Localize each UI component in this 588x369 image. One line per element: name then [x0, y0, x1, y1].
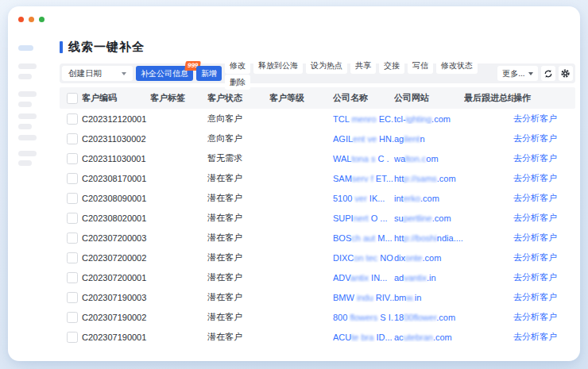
company-website-link[interactable]: agilentn: [394, 134, 464, 144]
row-checkbox[interactable]: [67, 213, 78, 224]
redacted-text: serv f: [352, 174, 373, 183]
sidebar-placeholder-item[interactable]: [18, 160, 32, 166]
company-name-link[interactable]: SUPInert O ...: [333, 213, 394, 223]
row-checkbox[interactable]: [67, 332, 78, 343]
analyze-customer-link[interactable]: 去分析客户: [513, 291, 575, 303]
release-to-public-pool-button[interactable]: 释放到公海: [253, 59, 303, 74]
row-checkbox[interactable]: [67, 233, 78, 244]
company-website-link[interactable]: 1800flower.com: [394, 313, 464, 322]
browser-window: 线索一键补全 创建日期 补全公司信息 999 新增 修改释放到公海设为热点共享交…: [8, 6, 580, 361]
analyze-customer-link[interactable]: 去分析客户: [513, 271, 575, 283]
company-name-link[interactable]: AGILent ve HN...: [333, 134, 394, 144]
customer-code-cell: C202312120001: [82, 114, 150, 124]
row-checkbox[interactable]: [67, 252, 78, 263]
maximize-window-icon[interactable]: [39, 17, 44, 22]
minimize-window-icon[interactable]: [29, 17, 34, 22]
company-website-link[interactable]: advantix.in: [394, 273, 464, 283]
table-row: C202307190003潜在客户BMW indu RIV...bmw.in去分…: [60, 287, 575, 307]
company-name-link[interactable]: ACUte bra ID...: [333, 332, 394, 342]
column-header: 客户状态: [207, 92, 269, 104]
analyze-customer-link[interactable]: 去分析客户: [513, 192, 575, 204]
company-name-link[interactable]: BOSch aut M...: [333, 233, 394, 243]
row-checkbox[interactable]: [67, 292, 78, 303]
create-date-filter-dropdown[interactable]: 创建日期: [62, 66, 133, 81]
table-row: C202307190001潜在客户ACUte bra ID...acutebra…: [60, 327, 575, 347]
sidebar-placeholder-item[interactable]: [18, 74, 32, 79]
handover-button[interactable]: 交接: [379, 59, 404, 74]
sidebar-placeholder-item[interactable]: [18, 124, 32, 129]
analyze-customer-link[interactable]: 去分析客户: [513, 212, 575, 224]
text: RIV...: [373, 293, 394, 302]
analyze-customer-link[interactable]: 去分析客户: [513, 311, 575, 323]
company-name-link[interactable]: 800 flowers S I...: [333, 313, 394, 322]
modify-button[interactable]: 修改: [225, 59, 250, 74]
sidebar-placeholder-item[interactable]: [18, 151, 37, 156]
customer-code-cell: C202311030001: [82, 154, 150, 163]
sidebar-placeholder-item[interactable]: [18, 63, 37, 69]
row-checkbox[interactable]: [67, 113, 78, 125]
text: int: [394, 194, 404, 203]
row-checkbox[interactable]: [67, 133, 78, 144]
company-name-link[interactable]: DIXCon tec NO...: [333, 253, 394, 263]
delete-button[interactable]: 删除: [225, 75, 250, 90]
customer-code-cell: C202307200003: [82, 233, 150, 243]
analyze-customer-link[interactable]: 去分析客户: [513, 152, 575, 164]
close-window-icon[interactable]: [18, 17, 24, 22]
add-button[interactable]: 新增: [196, 66, 222, 81]
analyze-customer-link[interactable]: 去分析客户: [513, 232, 575, 244]
company-website-link[interactable]: supertline.com: [394, 213, 464, 223]
company-website-link[interactable]: walton.com: [394, 154, 464, 163]
sidebar-placeholder-item[interactable]: [18, 102, 32, 107]
text: .com: [432, 213, 451, 223]
analyze-customer-link[interactable]: 去分析客户: [513, 133, 575, 144]
row-checkbox[interactable]: [67, 193, 78, 204]
sidebar-placeholder-item[interactable]: [18, 113, 37, 119]
company-website-link[interactable]: http://sams.com: [394, 174, 464, 183]
company-name-link[interactable]: WALtona s C .: [333, 154, 394, 163]
table-row: C202311030002意向客户AGILent ve HN...agilent…: [60, 129, 575, 148]
gear-icon: [560, 68, 571, 79]
more-button[interactable]: 更多...: [497, 66, 537, 81]
company-name-link[interactable]: ADVantix IN...: [333, 273, 394, 283]
row-checkbox[interactable]: [67, 312, 78, 323]
company-website-link[interactable]: http://boshindia....: [394, 233, 464, 243]
analyze-customer-link[interactable]: 去分析客户: [513, 331, 575, 343]
redacted-text: ilent: [404, 134, 420, 144]
sidebar-placeholder-item[interactable]: [18, 91, 37, 97]
row-checkbox[interactable]: [67, 173, 78, 184]
analyze-customer-link[interactable]: 去分析客户: [513, 113, 575, 125]
share-button[interactable]: 共享: [350, 59, 376, 74]
company-name-link[interactable]: SAMserv f ET...: [333, 174, 394, 183]
row-checkbox[interactable]: [67, 153, 78, 164]
company-name-link[interactable]: 5100 ver IK...: [333, 194, 394, 203]
refresh-button[interactable]: [541, 66, 555, 81]
set-hot-button[interactable]: 设为热点: [306, 59, 347, 74]
company-website-link[interactable]: dixonte.com: [394, 253, 464, 263]
company-name-link[interactable]: BMW indu RIV...: [333, 293, 394, 302]
sidebar-active-item[interactable]: [18, 45, 33, 51]
row-checkbox[interactable]: [67, 272, 78, 283]
column-header: 客户等级: [269, 92, 333, 104]
complete-company-info-button[interactable]: 补全公司信息 999: [136, 66, 193, 81]
text: TCL: [333, 114, 351, 124]
analyze-customer-link[interactable]: 去分析客户: [513, 252, 575, 263]
sidebar-placeholder-item[interactable]: [18, 135, 37, 140]
redacted-text: erko: [404, 194, 420, 203]
redacted-text: p://boshi: [404, 233, 437, 243]
company-name-link[interactable]: TCL menro EC...: [333, 114, 394, 124]
settings-button[interactable]: [559, 66, 573, 81]
company-website-link[interactable]: acutebran.com: [394, 332, 464, 342]
company-website-link[interactable]: bmw.in: [394, 293, 464, 302]
select-all-checkbox[interactable]: [67, 93, 78, 104]
text: wa: [394, 154, 405, 163]
company-website-link[interactable]: interko.com: [394, 194, 464, 203]
analyze-customer-link[interactable]: 去分析客户: [513, 172, 575, 184]
column-header: 公司名称: [333, 92, 394, 104]
modify-status-button[interactable]: 修改状态: [436, 59, 478, 74]
customer-status-cell: 潜在客户: [207, 271, 269, 283]
column-header: 最后跟进总结: [464, 92, 513, 104]
company-website-link[interactable]: tcl-ighting.com: [394, 114, 464, 124]
write-letter-button[interactable]: 写信: [408, 59, 433, 74]
text: n: [420, 134, 424, 144]
customer-code-cell: C202307190002: [82, 313, 150, 322]
